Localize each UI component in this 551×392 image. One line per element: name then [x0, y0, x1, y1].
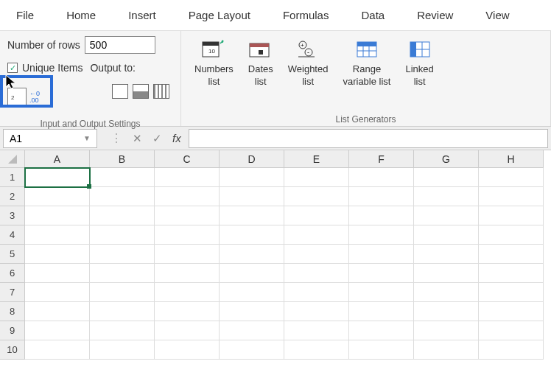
cell-a10[interactable]: [25, 340, 90, 360]
dates-list-button[interactable]: Dates list: [248, 38, 273, 88]
col-header-a[interactable]: A: [25, 150, 90, 168]
cell-g6[interactable]: [414, 264, 479, 283]
cell-b3[interactable]: [90, 206, 155, 225]
row-header-3[interactable]: 3: [0, 206, 25, 225]
menu-home[interactable]: Home: [50, 4, 112, 27]
cells-area[interactable]: [25, 168, 544, 360]
name-box[interactable]: A1 ▼: [3, 129, 97, 148]
row-header-9[interactable]: 9: [0, 321, 25, 340]
cell-a4[interactable]: [25, 225, 90, 245]
ellipsis-icon[interactable]: ⋮: [110, 131, 122, 145]
output-option-3-icon[interactable]: [153, 84, 169, 99]
cancel-formula-icon[interactable]: ✕: [133, 132, 142, 145]
cell-h5[interactable]: [479, 245, 544, 264]
cell-a5[interactable]: [25, 245, 90, 264]
cell-d10[interactable]: [220, 340, 284, 360]
cell-a7[interactable]: [25, 283, 90, 302]
row-header-5[interactable]: 5: [0, 245, 25, 264]
cell-g3[interactable]: [414, 206, 479, 225]
cell-e1[interactable]: [284, 168, 349, 187]
cell-g2[interactable]: [414, 187, 479, 206]
menu-formulas[interactable]: Formulas: [267, 4, 345, 27]
cell-a9[interactable]: [25, 321, 90, 340]
cell-c2[interactable]: [155, 187, 220, 206]
cell-b2[interactable]: [90, 187, 155, 206]
cell-f3[interactable]: [349, 206, 414, 225]
cell-h4[interactable]: [479, 225, 544, 245]
cell-f9[interactable]: [349, 321, 414, 340]
unique-items-checkbox[interactable]: ✓: [7, 63, 18, 73]
cell-g7[interactable]: [414, 283, 479, 302]
cell-c7[interactable]: [155, 283, 220, 302]
cell-b7[interactable]: [90, 283, 155, 302]
cell-f10[interactable]: [349, 340, 414, 360]
cell-a8[interactable]: [25, 302, 90, 321]
cell-f7[interactable]: [349, 283, 414, 302]
cell-c8[interactable]: [155, 302, 220, 321]
cell-d4[interactable]: [220, 225, 284, 245]
cell-h10[interactable]: [479, 340, 544, 360]
cell-e4[interactable]: [284, 225, 349, 245]
output-option-1-icon[interactable]: [112, 84, 128, 99]
cell-h8[interactable]: [479, 302, 544, 321]
cell-h6[interactable]: [479, 264, 544, 283]
menu-review[interactable]: Review: [401, 4, 469, 27]
cell-d2[interactable]: [220, 187, 284, 206]
cell-f8[interactable]: [349, 302, 414, 321]
cell-d7[interactable]: [220, 283, 284, 302]
row-header-4[interactable]: 4: [0, 225, 25, 245]
rows-input[interactable]: [85, 36, 155, 54]
cell-c10[interactable]: [155, 340, 220, 360]
cell-d5[interactable]: [220, 245, 284, 264]
cell-a3[interactable]: [25, 206, 90, 225]
menu-page-layout[interactable]: Page Layout: [172, 4, 267, 27]
cell-f1[interactable]: [349, 168, 414, 187]
cell-g8[interactable]: [414, 302, 479, 321]
cell-e3[interactable]: [284, 206, 349, 225]
cell-a1[interactable]: [25, 168, 90, 187]
cell-c6[interactable]: [155, 264, 220, 283]
col-header-c[interactable]: C: [155, 150, 220, 168]
cell-b5[interactable]: [90, 245, 155, 264]
menu-view[interactable]: View: [469, 4, 525, 27]
menu-file[interactable]: File: [0, 4, 50, 27]
cell-f4[interactable]: [349, 225, 414, 245]
output-selection-icon[interactable]: 2: [7, 88, 27, 107]
cell-f5[interactable]: [349, 245, 414, 264]
row-header-7[interactable]: 7: [0, 283, 25, 302]
cell-c4[interactable]: [155, 225, 220, 245]
row-header-1[interactable]: 1: [0, 168, 25, 187]
fx-label[interactable]: fx: [172, 132, 181, 144]
cell-g4[interactable]: [414, 225, 479, 245]
select-all-corner[interactable]: [0, 150, 25, 168]
cell-b1[interactable]: [90, 168, 155, 187]
cell-h7[interactable]: [479, 283, 544, 302]
cell-c3[interactable]: [155, 206, 220, 225]
cell-d6[interactable]: [220, 264, 284, 283]
cell-d3[interactable]: [220, 206, 284, 225]
cell-e5[interactable]: [284, 245, 349, 264]
menu-insert[interactable]: Insert: [112, 4, 172, 27]
name-box-dropdown-icon[interactable]: ▼: [83, 134, 91, 142]
row-header-8[interactable]: 8: [0, 302, 25, 321]
cell-b10[interactable]: [90, 340, 155, 360]
cell-h2[interactable]: [479, 187, 544, 206]
cell-a6[interactable]: [25, 264, 90, 283]
cell-a2[interactable]: [25, 187, 90, 206]
cell-h3[interactable]: [479, 206, 544, 225]
cell-g10[interactable]: [414, 340, 479, 360]
cell-f6[interactable]: [349, 264, 414, 283]
cell-g5[interactable]: [414, 245, 479, 264]
cell-c9[interactable]: [155, 321, 220, 340]
cell-b9[interactable]: [90, 321, 155, 340]
cell-d9[interactable]: [220, 321, 284, 340]
col-header-f[interactable]: F: [349, 150, 414, 168]
range-variable-list-button[interactable]: Range variable list: [343, 38, 390, 88]
cell-b8[interactable]: [90, 302, 155, 321]
cell-g1[interactable]: [414, 168, 479, 187]
row-header-10[interactable]: 10: [0, 340, 25, 360]
cell-b6[interactable]: [90, 264, 155, 283]
cell-b4[interactable]: [90, 225, 155, 245]
col-header-e[interactable]: E: [284, 150, 349, 168]
cell-d8[interactable]: [220, 302, 284, 321]
